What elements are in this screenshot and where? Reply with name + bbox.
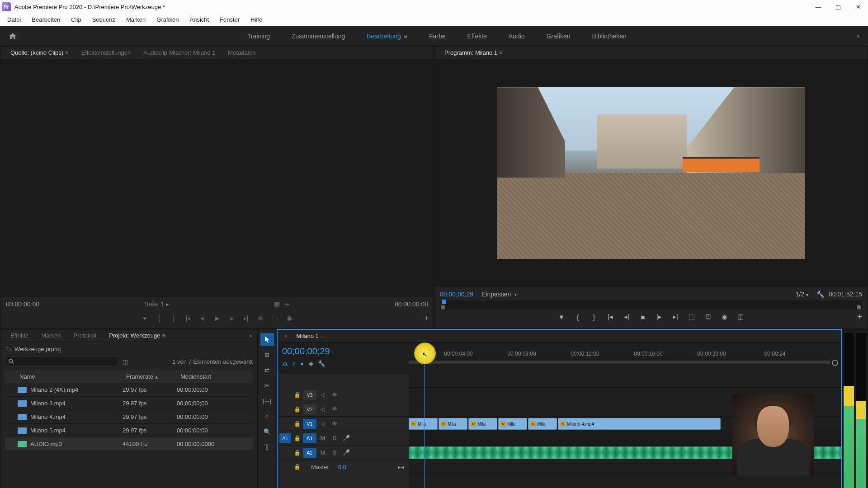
toggle-output-icon[interactable]: ◁ [317, 406, 328, 413]
track-label[interactable]: A2 [303, 448, 316, 458]
track-header-a1[interactable]: A1 🔒 A1 M S 🎤 [278, 431, 409, 446]
menu-grafiken[interactable]: Grafiken [151, 14, 184, 25]
src-add-button-icon[interactable]: + [424, 314, 429, 323]
source-overlay-icon[interactable]: ▦ [274, 300, 280, 308]
tab-metadaten[interactable]: Metadaten [222, 47, 262, 58]
close-button[interactable]: ✕ [854, 4, 863, 10]
settings-icon[interactable]: 🔧 [816, 291, 824, 298]
workspace-effekte[interactable]: Effekte [457, 28, 498, 44]
close-sequence-icon[interactable]: × [281, 333, 290, 339]
workspace-grafiken[interactable]: Grafiken [536, 28, 581, 44]
bin-icon[interactable]: 🗀 [5, 346, 11, 352]
tab-audioclip-mischer[interactable]: Audioclip-Mischer: Milano 1 [137, 47, 222, 58]
prog-compare-icon[interactable]: ◫ [734, 311, 747, 322]
video-clip[interactable]: fxMila [439, 418, 467, 430]
track-master[interactable]: 🔒 Master 0,0 ▸◂ [278, 460, 409, 474]
src-out-icon[interactable]: } [168, 312, 179, 324]
pen-tool-icon[interactable]: ○ [260, 410, 274, 422]
eye-icon[interactable]: 👁 [329, 391, 340, 398]
video-clip[interactable]: fxMilano 4.mp4 [558, 418, 721, 430]
src-overwrite-icon[interactable]: ☐ [269, 312, 281, 324]
table-row[interactable]: AUDIO.mp3 44100 Hz 00:00:00:0000 [5, 437, 253, 451]
lock-icon[interactable]: 🔒 [292, 392, 302, 398]
marker-icon[interactable]: ▸ [301, 360, 304, 367]
razor-tool-icon[interactable]: ✂ [260, 379, 274, 392]
lock-icon[interactable]: 🔒 [292, 421, 302, 427]
track-header-a2[interactable]: 🔒 A2 M S 🎤 [278, 446, 409, 460]
track-label[interactable]: A1 [303, 433, 316, 443]
workspace-training[interactable]: Training [236, 28, 281, 44]
menu-sequenz[interactable]: Sequenz [87, 14, 121, 25]
linked-selection-icon[interactable]: ∩ [292, 360, 297, 367]
menu-fenster[interactable]: Fenster [214, 14, 245, 25]
slip-tool-icon[interactable]: |↔| [260, 394, 274, 407]
track-header-v1[interactable]: 🔒 V1 ◁ 👁 [278, 417, 409, 431]
menu-datei[interactable]: Datei [2, 14, 26, 25]
menu-marken[interactable]: Marken [121, 14, 151, 25]
program-monitor[interactable] [434, 59, 868, 287]
lock-icon[interactable]: 🔒 [292, 464, 302, 470]
solo-icon[interactable]: S [329, 449, 340, 456]
program-scrubber[interactable] [440, 300, 862, 310]
filter-icon[interactable]: ◫ [123, 358, 128, 365]
prog-step-fwd-icon[interactable]: |▸ [653, 311, 665, 322]
source-scale-select[interactable]: Seite 1 ▸ [144, 300, 169, 308]
prog-step-back-icon[interactable]: ◂| [620, 311, 633, 322]
tab-effekteinstellungen[interactable]: Effekteinstellungen [75, 47, 137, 58]
home-icon[interactable] [4, 29, 22, 43]
snap-icon[interactable]: ⁂ [282, 360, 288, 367]
track-select-tool-icon[interactable]: ⊞ [260, 348, 274, 361]
table-row[interactable]: Milano 5.mp4 29,97 fps 00:00:00:00 [5, 424, 253, 437]
program-timecode[interactable]: 00;00;00;29 [440, 291, 473, 298]
solo-icon[interactable]: S [329, 435, 340, 441]
src-insert-icon[interactable]: ⊕ [255, 312, 266, 324]
mute-icon[interactable]: M [317, 435, 328, 441]
toggle-output-icon[interactable]: ◁ [317, 420, 328, 427]
prog-extract-icon[interactable]: ⊟ [702, 311, 714, 322]
panel-overflow-icon[interactable]: » [245, 330, 257, 341]
timeline-timecode[interactable]: 00;00;00;29 [282, 346, 404, 357]
add-marker-icon[interactable]: ◆ [309, 360, 313, 367]
selection-tool-icon[interactable] [260, 333, 274, 346]
track-label[interactable]: V1 [303, 419, 316, 429]
prog-marker-icon[interactable]: ▼ [555, 311, 568, 322]
lock-icon[interactable]: 🔒 [292, 406, 302, 413]
type-tool-icon[interactable]: T [260, 441, 274, 453]
mute-icon[interactable]: M [317, 449, 328, 456]
video-clip[interactable]: fxMila [528, 418, 557, 430]
prog-goto-in-icon[interactable]: |◂ [604, 311, 617, 322]
prog-export-frame-icon[interactable]: ◉ [718, 311, 731, 322]
src-step-fwd-icon[interactable]: |▸ [226, 312, 237, 324]
toggle-output-icon[interactable]: ◁ [317, 391, 328, 398]
src-in-icon[interactable]: { [153, 312, 165, 324]
workspace-bearbeitung[interactable]: Bearbeitung≡ [356, 28, 418, 44]
src-marker-icon[interactable]: ▼ [139, 312, 151, 324]
video-clip[interactable]: fxMila [468, 418, 497, 430]
ripple-edit-tool-icon[interactable]: ⇄ [260, 364, 274, 376]
tab-protokoll[interactable]: Protokoll [67, 330, 103, 341]
lock-icon[interactable]: 🔒 [292, 450, 302, 456]
src-goto-in-icon[interactable]: |◂ [182, 312, 194, 324]
tab-quelle[interactable]: Quelle: (keine Clips)≡ [4, 47, 75, 58]
timeline-ruler[interactable]: ↖ 00:00:04:00 00:00:08:00 00:00:12:00 00… [409, 343, 841, 374]
voice-record-icon[interactable]: 🎤 [341, 449, 352, 456]
menu-bearbeiten[interactable]: Bearbeiten [26, 14, 66, 25]
workspace-zusammenstellung[interactable]: Zusammenstellung [281, 28, 356, 44]
col-name[interactable]: Name [5, 373, 123, 380]
workspace-audio[interactable]: Audio [498, 28, 536, 44]
eye-icon[interactable]: 👁 [329, 406, 340, 413]
src-goto-out-icon[interactable]: ▸| [240, 312, 252, 324]
program-resolution-select[interactable]: 1/2 ▾ [792, 290, 812, 299]
src-step-back-icon[interactable]: ◂| [197, 312, 208, 324]
track-header-v3[interactable]: 🔒 V3 ◁ 👁 [278, 388, 409, 402]
minimize-button[interactable]: — [814, 4, 823, 10]
tab-sequence[interactable]: Milano 1≡ [290, 331, 330, 341]
track-label[interactable]: V3 [303, 390, 316, 400]
tab-effekte[interactable]: Effekte [4, 330, 35, 341]
col-medienstart[interactable]: Medienstart [177, 373, 253, 380]
source-insert-icon[interactable]: ⇥ [284, 300, 290, 308]
search-input[interactable] [5, 356, 118, 367]
settings-wrench-icon[interactable]: 🔧 [318, 360, 325, 367]
menu-ansicht[interactable]: Ansicht [184, 14, 214, 25]
workspace-bibliotheken[interactable]: Bibliotheken [581, 28, 637, 44]
